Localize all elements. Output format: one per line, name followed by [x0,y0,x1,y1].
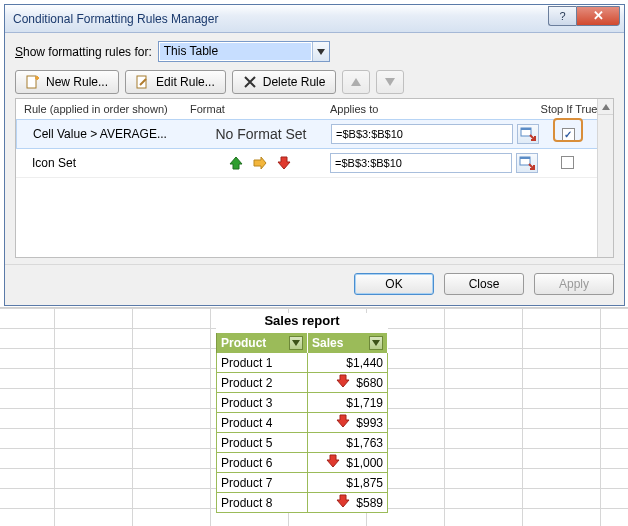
table-row[interactable]: Product 5$1,763 [216,433,388,453]
rule-name: Cell Value > AVERAGE... [21,127,191,141]
header-sales[interactable]: Sales [308,333,388,353]
svg-rect-7 [520,157,530,159]
conditional-formatting-dialog: Conditional Formatting Rules Manager ? ✕… [4,4,625,306]
range-select-button[interactable] [516,153,538,173]
help-button[interactable]: ? [548,6,576,26]
down-arrow-icon [336,414,350,431]
rule-name: Icon Set [20,156,190,170]
product-cell[interactable]: Product 3 [217,393,308,412]
apply-button[interactable]: Apply [534,273,614,295]
close-button[interactable]: Close [444,273,524,295]
sales-cell[interactable]: $589 [308,493,387,512]
product-cell[interactable]: Product 1 [217,353,308,372]
product-cell[interactable]: Product 7 [217,473,308,492]
edit-rule-button[interactable]: Edit Rule... [125,70,226,94]
sales-cell[interactable]: $1,440 [308,353,387,372]
column-format: Format [190,103,330,115]
scroll-up-icon [598,99,613,115]
close-window-button[interactable]: ✕ [576,6,620,26]
range-select-button[interactable] [517,124,539,144]
rule-format-preview: No Format Set [191,126,331,142]
table-row[interactable]: Product 8$589 [216,493,388,513]
stop-if-true-checkbox[interactable] [561,156,574,169]
scope-combo-value: This Table [160,43,311,60]
applies-to-input[interactable] [331,124,513,144]
svg-rect-1 [137,76,146,88]
chevron-down-icon [312,42,329,61]
down-arrow-icon [326,454,340,471]
ok-button[interactable]: OK [354,273,434,295]
sales-cell[interactable]: $1,000 [308,453,387,472]
sales-cell[interactable]: $1,875 [308,473,387,492]
svg-rect-0 [27,76,36,88]
applies-to-input[interactable] [330,153,512,173]
product-cell[interactable]: Product 4 [217,413,308,432]
product-cell[interactable]: Product 2 [217,373,308,392]
move-down-button[interactable] [376,70,404,94]
svg-rect-4 [521,128,531,130]
column-applies: Applies to [330,103,538,115]
spreadsheet-grid: Sales report Product Sales Product 1$1,4… [0,307,628,308]
header-product[interactable]: Product [216,333,308,353]
column-stop: Stop If True [538,103,600,115]
new-rule-icon [26,75,40,89]
product-cell[interactable]: Product 6 [217,453,308,472]
delete-icon [243,75,257,89]
table-row[interactable]: Product 4$993 [216,413,388,433]
move-up-button[interactable] [342,70,370,94]
rule-row[interactable]: Cell Value > AVERAGE...No Format Set [16,119,613,149]
product-cell[interactable]: Product 5 [217,433,308,452]
table-row[interactable]: Product 7$1,875 [216,473,388,493]
table-row[interactable]: Product 6$1,000 [216,453,388,473]
table-row[interactable]: Product 1$1,440 [216,353,388,373]
column-rule: Rule (applied in order shown) [20,103,190,115]
titlebar: Conditional Formatting Rules Manager ? ✕ [5,5,624,33]
scope-combo[interactable]: This Table [158,41,330,62]
sales-cell[interactable]: $680 [308,373,387,392]
down-arrow-icon [336,374,350,391]
new-rule-button[interactable]: New Rule... [15,70,119,94]
show-rules-label: Show formatting rules for: [15,45,152,59]
filter-icon[interactable] [289,336,303,350]
edit-rule-icon [136,75,150,89]
delete-rule-button[interactable]: Delete Rule [232,70,337,94]
dialog-title: Conditional Formatting Rules Manager [13,12,548,26]
sales-cell[interactable]: $993 [308,413,387,432]
rule-row[interactable]: Icon Set [16,148,613,178]
table-row[interactable]: Product 2$680 [216,373,388,393]
report-title: Sales report [216,313,388,333]
product-cell[interactable]: Product 8 [217,493,308,512]
rules-scrollbar[interactable] [597,99,613,257]
table-row[interactable]: Product 3$1,719 [216,393,388,413]
sales-cell[interactable]: $1,763 [308,433,387,452]
sales-report-table: Sales report Product Sales Product 1$1,4… [216,313,388,513]
rule-format-preview [190,156,330,170]
down-arrow-icon [336,494,350,511]
filter-icon[interactable] [369,336,383,350]
sales-cell[interactable]: $1,719 [308,393,387,412]
stop-if-true-checkbox[interactable] [562,128,575,141]
rules-table: Rule (applied in order shown) Format App… [15,98,614,258]
